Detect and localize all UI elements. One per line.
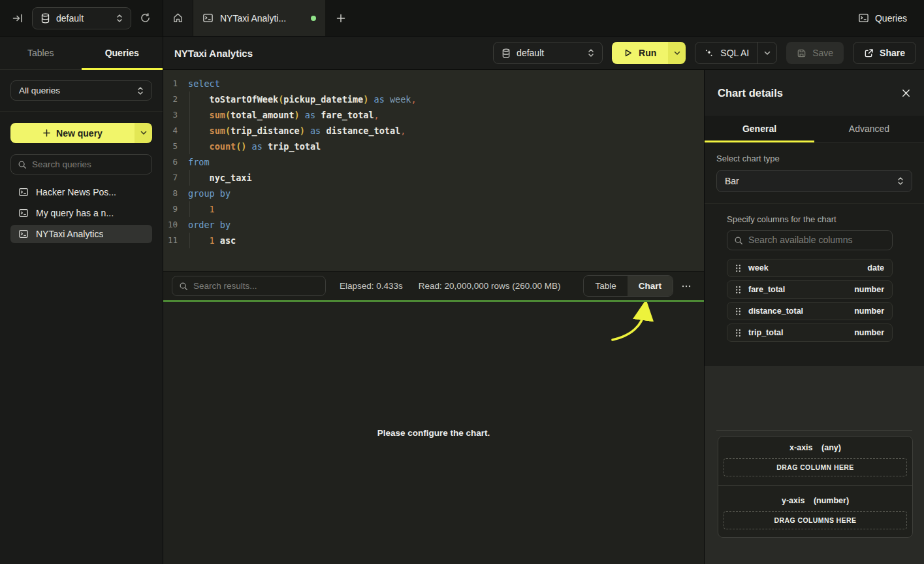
query-console-icon (202, 12, 214, 24)
drag-handle-icon[interactable] (735, 329, 741, 337)
new-query-main[interactable]: New query (10, 123, 135, 143)
top-database-selector[interactable]: default (32, 7, 131, 29)
top-bar: default NYTaxi Analyti... (0, 0, 924, 37)
query-filter-value: All queries (19, 86, 131, 95)
query-search[interactable] (10, 154, 152, 174)
code-content: 1 asc (183, 233, 236, 248)
new-query-label: New query (56, 128, 103, 139)
y-axis-label: y-axis (782, 496, 805, 505)
annotation-arrow (594, 302, 666, 349)
results-search[interactable] (172, 276, 326, 296)
query-search-input[interactable] (32, 159, 145, 169)
y-axis-drop-zone[interactable]: DRAG COLUMNS HERE (724, 511, 907, 529)
tab-nytaxi-analytics[interactable]: NYTaxi Analyti... (193, 0, 325, 36)
close-panel-button[interactable] (901, 88, 911, 98)
collapse-sidebar-button[interactable] (12, 12, 24, 24)
results-toolbar: Elapsed: 0.433s Read: 20,000,000 rows (2… (163, 271, 704, 300)
sql-ai-dropdown[interactable] (757, 42, 776, 63)
column-row-distance-total[interactable]: distance_total number (727, 302, 893, 320)
sidebar-divider (0, 111, 163, 112)
query-list-item[interactable]: My query has a n... (10, 204, 152, 222)
view-tab-chart[interactable]: Chart (628, 276, 673, 296)
sql-ai-button[interactable]: SQL AI (695, 42, 757, 63)
chart-type-select[interactable]: Bar (716, 170, 912, 192)
chevron-up-down-icon (897, 176, 904, 186)
drag-handle-icon[interactable] (735, 286, 741, 294)
code-content: group by (183, 186, 231, 201)
code-line[interactable]: 9 1 (163, 201, 704, 217)
x-axis-label: x-axis (789, 443, 812, 452)
sidebar-tab-tables[interactable]: Tables (0, 37, 82, 69)
chart-details-title: Chart details (718, 87, 783, 99)
close-icon (901, 88, 911, 98)
token-par: ( (225, 125, 231, 136)
share-icon (864, 48, 874, 58)
results-more-button[interactable] (681, 281, 692, 291)
axis-config-box: x-axis (any) DRAG COLUMN HERE y-axis (nu… (718, 436, 913, 538)
view-tab-table[interactable]: Table (584, 276, 627, 296)
column-row-week[interactable]: week date (727, 259, 893, 277)
run-database-selector[interactable]: default (493, 42, 603, 64)
code-line[interactable]: 5 count() as trip_total (163, 139, 704, 154)
code-line[interactable]: 8group by (163, 186, 704, 201)
x-axis-drop-zone[interactable]: DRAG COLUMN HERE (724, 458, 907, 476)
sidebar: Tables Queries All queries New query (0, 37, 163, 564)
sidebar-tab-queries[interactable]: Queries (82, 37, 163, 69)
chart-details-header: Chart details (705, 70, 924, 116)
token-kw: from (188, 157, 210, 167)
new-tab-button[interactable] (325, 0, 357, 36)
code-line[interactable]: 1select (163, 76, 704, 91)
save-icon (797, 48, 806, 58)
results-search-input[interactable] (193, 281, 319, 291)
chevron-up-down-icon (137, 86, 144, 95)
chart-details-body: Select chart type Bar Specify columns fo… (705, 142, 924, 564)
code-line[interactable]: 4 sum(trip_distance) as distance_total, (163, 123, 704, 139)
code-line[interactable]: 10order by (163, 217, 704, 233)
line-number: 8 (163, 186, 183, 201)
sql-editor[interactable]: 1select2 toStartOfWeek(pickup_datetime) … (163, 70, 704, 271)
query-list-item[interactable]: Hacker News Pos... (10, 183, 152, 201)
token-comma: , (411, 94, 416, 105)
indent-guide (189, 139, 190, 154)
token-num: 1 (210, 235, 215, 246)
query-list-item-selected[interactable]: NYTaxi Analytics (10, 225, 152, 243)
query-item-label: Hacker News Pos... (36, 187, 116, 197)
code-content: nyc_taxi (183, 170, 252, 186)
code-line[interactable]: 3 sum(total_amount) as fare_total, (163, 107, 704, 123)
run-button[interactable]: Run (612, 42, 668, 64)
tab-title: NYTaxi Analyti... (220, 13, 304, 24)
run-options-dropdown[interactable] (668, 42, 686, 64)
drag-handle-icon[interactable] (735, 307, 741, 316)
sql-ai-button-group: SQL AI (695, 42, 777, 64)
top-database-selector-value: default (56, 13, 110, 24)
save-button-label: Save (812, 48, 833, 58)
y-axis-label-row: y-axis (number) (724, 496, 907, 505)
new-query-dropdown[interactable] (135, 123, 152, 143)
columns-search[interactable] (727, 230, 893, 250)
drag-handle-icon[interactable] (735, 264, 741, 273)
code-line[interactable]: 6from (163, 154, 704, 170)
columns-search-input[interactable] (748, 235, 885, 245)
queries-link[interactable]: Queries (841, 0, 924, 36)
save-button[interactable]: Save (786, 42, 844, 64)
column-row-trip-total[interactable]: trip_total number (727, 323, 893, 342)
refresh-button[interactable] (140, 12, 151, 24)
new-query-button[interactable]: New query (10, 123, 152, 143)
tab-advanced[interactable]: Advanced (814, 116, 924, 142)
chart-type-value: Bar (725, 176, 891, 186)
axis-config-footer: x-axis (any) DRAG COLUMN HERE y-axis (nu… (705, 366, 924, 564)
tab-general[interactable]: General (705, 116, 814, 142)
token-id: trip_total (268, 141, 321, 152)
code-line[interactable]: 11 1 asc (163, 233, 704, 248)
line-number: 11 (163, 233, 183, 248)
share-button[interactable]: Share (853, 42, 916, 64)
code-line[interactable]: 7 nyc_taxi (163, 170, 704, 186)
token-id: asc (215, 235, 236, 246)
token-fn: sum (210, 125, 225, 136)
home-button[interactable] (163, 0, 193, 36)
column-row-fare-total[interactable]: fare_total number (727, 280, 893, 299)
code-line[interactable]: 2 toStartOfWeek(pickup_datetime) as week… (163, 91, 704, 107)
query-filter-select[interactable]: All queries (10, 80, 152, 101)
ellipsis-icon (681, 281, 692, 291)
token-num: 1 (210, 204, 215, 214)
